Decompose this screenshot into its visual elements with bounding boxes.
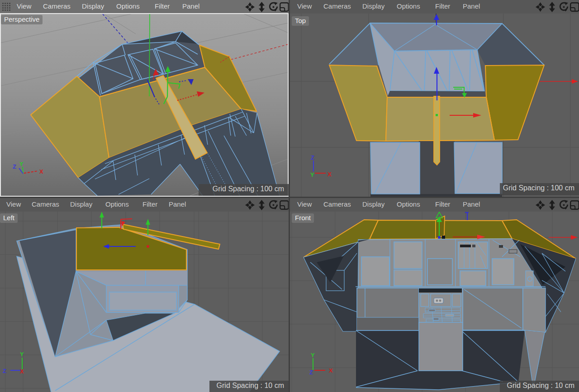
svg-text:Z: Z bbox=[13, 163, 16, 170]
svg-text:Z: Z bbox=[3, 368, 6, 374]
svg-text:Z: Z bbox=[309, 369, 313, 376]
svg-text:Y: Y bbox=[19, 161, 24, 167]
svg-text:X: X bbox=[329, 367, 333, 374]
svg-text:X: X bbox=[20, 368, 24, 375]
svg-text:X: X bbox=[327, 171, 332, 178]
svg-text:X: X bbox=[39, 168, 43, 175]
svg-text:Z: Z bbox=[311, 154, 314, 161]
svg-text:Y: Y bbox=[20, 351, 24, 358]
svg-text:Y: Y bbox=[311, 352, 315, 359]
svg-text:Y: Y bbox=[310, 171, 314, 178]
